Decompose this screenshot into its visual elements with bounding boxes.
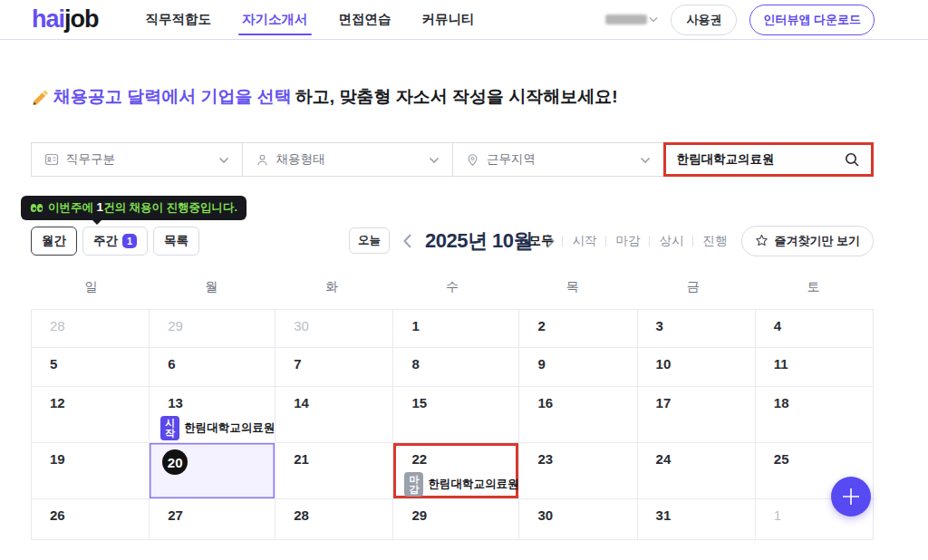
user-menu[interactable]: [605, 14, 658, 24]
weekly-jobs-tooltip: 이번주에 1건의 채용이 진행중입니다.: [21, 196, 246, 220]
calendar-cell[interactable]: 6: [150, 348, 276, 387]
calendar-event[interactable]: 마감한림대학교의료원: [404, 472, 518, 497]
calendar-cell[interactable]: 30: [519, 499, 637, 540]
calendar-cell[interactable]: 23: [519, 443, 637, 499]
brand-logo[interactable]: haijob: [32, 5, 99, 34]
prev-month-icon[interactable]: [402, 233, 412, 249]
top-header: haijob 직무적합도 자기소개서 면접연습 커뮤니티 사용권 인터뷰앱 다운…: [0, 0, 928, 40]
calendar-cell[interactable]: 28: [276, 499, 393, 540]
view-week-label: 주간: [93, 233, 118, 249]
status-filter-deadline[interactable]: 마감: [615, 233, 640, 249]
calendar-cell[interactable]: 9: [519, 348, 637, 387]
employment-type-dropdown[interactable]: 채용형태: [242, 142, 453, 177]
date-number: 16: [537, 395, 553, 410]
nav-item-community[interactable]: 커뮤니티: [422, 0, 475, 40]
date-number: 9: [537, 356, 545, 372]
calendar-cell[interactable]: 26: [32, 499, 150, 540]
calendar-cell[interactable]: 5: [32, 348, 150, 387]
divider: [692, 236, 693, 246]
calendar-cell[interactable]: 1: [393, 310, 519, 348]
calendar-cell[interactable]: 28: [32, 310, 150, 348]
calendar-cell[interactable]: 17: [638, 387, 756, 443]
date-number: 18: [774, 395, 789, 410]
job-category-label: 직무구분: [66, 151, 115, 168]
calendar-cell[interactable]: 3: [638, 310, 756, 348]
interview-app-download-button[interactable]: 인터뷰앱 다운로드: [749, 5, 875, 35]
usage-rights-button[interactable]: 사용권: [671, 5, 737, 35]
company-search-input[interactable]: [677, 153, 845, 167]
date-number: 25: [774, 451, 789, 467]
headline-rest: 하고, 맞춤형 자소서 작성을 시작해보세요!: [295, 85, 618, 109]
calendar-cell[interactable]: 15: [393, 387, 519, 443]
nav-item-interview-practice[interactable]: 면접연습: [339, 0, 392, 40]
divider: [605, 236, 606, 246]
calendar-event[interactable]: 시작한림대학교의료원: [160, 416, 275, 440]
calendar-cell-today[interactable]: 20: [150, 443, 276, 499]
calendar-cell[interactable]: 13시작한림대학교의료원: [150, 387, 276, 443]
calendar-cell[interactable]: 11: [756, 348, 874, 387]
header-right: 사용권 인터뷰앱 다운로드: [605, 5, 875, 35]
calendar-grid: 28293012345678910111213시작한림대학교의료원1415161…: [31, 309, 874, 540]
event-badge-end: 마감: [404, 472, 423, 497]
status-filter-all[interactable]: 모두: [528, 233, 553, 249]
calendar-cell[interactable]: 4: [756, 310, 874, 348]
calendar-cell[interactable]: 27: [150, 499, 276, 540]
favorites-only-button[interactable]: 즐겨찾기만 보기: [741, 226, 874, 256]
status-filter-start[interactable]: 시작: [572, 233, 596, 249]
brand-logo-purple: hai: [32, 5, 64, 33]
weekday-fri: 금: [633, 279, 753, 295]
calendar-cell[interactable]: 7: [276, 348, 393, 387]
weekday-thu: 목: [512, 279, 633, 295]
id-card-icon: [44, 152, 59, 167]
chevron-down-icon: [649, 14, 658, 24]
weekday-wed: 수: [392, 279, 513, 295]
date-number: 2: [537, 318, 545, 333]
nav-item-cover-letter[interactable]: 자기소개서: [242, 0, 308, 40]
calendar-cell[interactable]: 14: [276, 387, 393, 443]
event-company-label: 한림대학교의료원: [428, 477, 518, 492]
headline-highlight: 채용공고 달력에서 기업을 선택: [53, 85, 292, 109]
employment-type-label: 채용형태: [276, 151, 325, 168]
calendar-cell[interactable]: 29: [393, 499, 519, 540]
job-category-dropdown[interactable]: 직무구분: [31, 142, 242, 177]
date-number: 23: [537, 451, 553, 467]
work-region-label: 근무지역: [487, 151, 536, 168]
calendar-cell[interactable]: 24: [638, 443, 756, 499]
view-list-button[interactable]: 목록: [153, 227, 199, 256]
event-company-label: 한림대학교의료원: [184, 420, 275, 436]
search-icon[interactable]: [844, 151, 860, 168]
view-week-button[interactable]: 주간 1: [82, 227, 148, 256]
calendar-cell[interactable]: 18: [756, 387, 874, 443]
pencil-icon: [31, 88, 50, 107]
week-count-badge: 1: [122, 234, 137, 248]
calendar-controls: 월간 주간 1 목록 오늘 2025년 10월 모두 시작 마감 상시 진행 즐…: [31, 226, 874, 256]
calendar-cell[interactable]: 29: [150, 310, 276, 348]
calendar-cell[interactable]: 21: [276, 443, 393, 499]
status-filter-always[interactable]: 상시: [659, 233, 683, 249]
tooltip-count: 1: [96, 200, 103, 214]
calendar-cell[interactable]: 16: [519, 387, 637, 443]
filter-bar: 직무구분 채용형태 근무지역: [31, 142, 874, 177]
work-region-dropdown[interactable]: 근무지역: [452, 142, 663, 177]
calendar-cell[interactable]: 30: [276, 310, 393, 348]
date-number: 13: [168, 395, 183, 410]
calendar-cell[interactable]: 22마감한림대학교의료원: [393, 443, 519, 499]
calendar-cell[interactable]: 2: [519, 310, 637, 348]
today-button[interactable]: 오늘: [349, 227, 390, 254]
calendar-cell[interactable]: 19: [32, 443, 150, 499]
today-date-number: 20: [162, 449, 188, 475]
date-number: 17: [656, 395, 672, 410]
status-filter-group: 모두 시작 마감 상시 진행 즐겨찾기만 보기: [528, 226, 874, 256]
status-filter-ongoing[interactable]: 진행: [702, 233, 727, 249]
nav-item-job-fit[interactable]: 직무적합도: [146, 0, 212, 40]
date-number: 12: [50, 395, 65, 410]
calendar-cell[interactable]: 12: [32, 387, 150, 443]
date-number: 26: [50, 507, 65, 523]
add-floating-button[interactable]: [831, 477, 871, 517]
calendar-cell[interactable]: 8: [393, 348, 519, 387]
person-icon: [256, 153, 269, 167]
calendar-cell[interactable]: 31: [638, 499, 756, 540]
month-title: 2025년 10월: [425, 227, 533, 255]
calendar-cell[interactable]: 10: [638, 348, 756, 387]
view-month-button[interactable]: 월간: [31, 227, 77, 256]
